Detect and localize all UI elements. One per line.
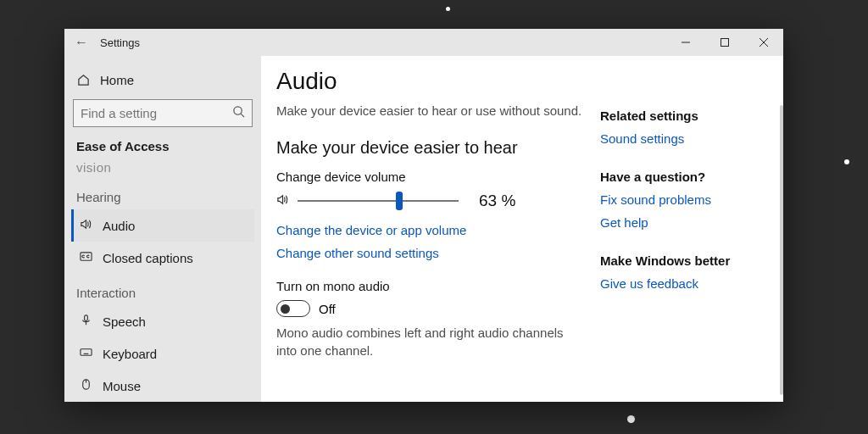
related-heading: Related settings (600, 108, 778, 123)
window-controls (666, 29, 783, 56)
link-feedback[interactable]: Give us feedback (600, 276, 778, 291)
mono-heading: Turn on mono audio (276, 279, 583, 293)
svg-rect-7 (84, 315, 87, 321)
sidebar-item-label: Keyboard (103, 347, 157, 361)
svg-rect-1 (721, 39, 729, 47)
keyboard-icon (79, 346, 92, 361)
mono-audio-toggle[interactable] (276, 300, 310, 317)
titlebar: ← Settings (64, 29, 783, 56)
volume-icon (276, 193, 289, 209)
sidebar-item-closed-captions[interactable]: Closed captions (71, 242, 254, 274)
better-heading: Make Windows better (600, 253, 778, 268)
sidebar-item-label: Mouse (103, 379, 141, 393)
mouse-icon (79, 378, 92, 393)
cc-icon (79, 250, 92, 265)
mono-help-text: Mono audio combines left and right audio… (276, 324, 583, 359)
svg-point-4 (234, 107, 242, 114)
back-icon[interactable]: ← (75, 35, 88, 50)
volume-label: Change device volume (276, 170, 583, 184)
hear-heading: Make your device easier to hear (276, 138, 583, 158)
question-heading: Have a question? (600, 170, 778, 184)
search-icon (232, 105, 245, 121)
sidebar-item-speech[interactable]: Speech (71, 305, 254, 337)
minimize-button[interactable] (666, 29, 705, 56)
sidebar: Home Ease of Access vision Hearing Audio… (64, 56, 261, 402)
link-fix-sound[interactable]: Fix sound problems (600, 192, 778, 207)
sidebar-item-label: Closed captions (103, 251, 193, 265)
sidebar-item-mouse[interactable]: Mouse (71, 370, 254, 402)
aside-panel: Related settings Sound settings Have a q… (600, 68, 778, 402)
sidebar-category: Ease of Access (71, 136, 254, 160)
volume-percent: 63 % (479, 192, 515, 210)
sidebar-item-label: Speech (103, 314, 146, 329)
sidebar-home-label: Home (100, 73, 134, 87)
mono-audio-state: Off (319, 302, 336, 316)
volume-slider[interactable] (298, 191, 459, 211)
sidebar-home[interactable]: Home (71, 66, 254, 94)
scrollbar[interactable] (780, 105, 783, 395)
sidebar-item-keyboard[interactable]: Keyboard (71, 337, 254, 370)
page-title: Audio (276, 68, 583, 95)
speaker-icon (79, 218, 92, 233)
settings-window: ← Settings Home Ease of Access vision He… (64, 29, 783, 402)
maximize-button[interactable] (705, 29, 744, 56)
home-icon (76, 74, 90, 87)
svg-rect-8 (80, 349, 91, 356)
sidebar-truncated-prev: vision (71, 160, 254, 178)
link-device-app-volume[interactable]: Change the device or app volume (276, 223, 583, 237)
link-other-sound-settings[interactable]: Change other sound settings (276, 246, 583, 260)
svg-line-5 (241, 114, 244, 117)
sidebar-group-hearing: Hearing (71, 178, 254, 209)
window-title: Settings (100, 36, 140, 49)
content-area: Audio Make your device easier to hear or… (261, 56, 783, 402)
sidebar-group-interaction: Interaction (71, 274, 254, 305)
link-sound-settings[interactable]: Sound settings (600, 131, 778, 146)
search-box[interactable] (73, 99, 253, 127)
search-input[interactable] (81, 106, 232, 120)
mic-icon (79, 314, 92, 329)
close-button[interactable] (744, 29, 783, 56)
sidebar-item-label: Audio (103, 219, 135, 233)
page-subtitle: Make your device easier to hear or use w… (276, 102, 583, 120)
link-get-help[interactable]: Get help (600, 215, 778, 230)
sidebar-item-audio[interactable]: Audio (71, 209, 254, 242)
